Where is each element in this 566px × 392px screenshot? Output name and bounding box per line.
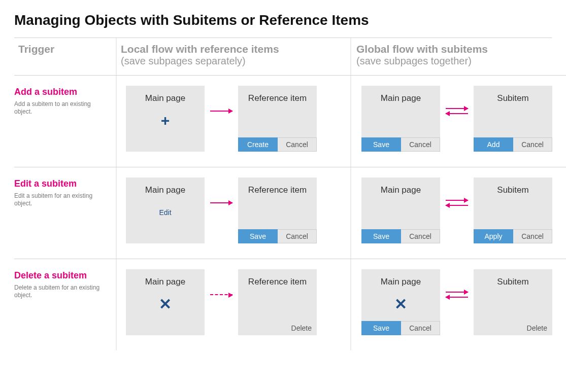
arrow-right-icon xyxy=(210,202,232,203)
apply-button[interactable]: Apply xyxy=(474,229,513,243)
card-actions: Add Cancel xyxy=(474,137,552,152)
card-mid xyxy=(474,195,552,229)
card-title: Reference item xyxy=(238,276,317,287)
trigger-edit-title: Edit a subitem xyxy=(14,179,112,189)
card-mid xyxy=(238,103,317,137)
card-title: Main page xyxy=(361,93,440,103)
global-delete-mainpage-card: Main page ✕ Save Cancel xyxy=(361,269,440,335)
card-mid: ✕ xyxy=(126,287,205,321)
vertical-divider xyxy=(350,76,351,167)
card-title: Main page xyxy=(126,276,205,287)
arrow-right-dashed xyxy=(209,269,234,335)
cancel-button[interactable]: Cancel xyxy=(513,229,552,243)
card-mid xyxy=(238,287,317,324)
col-trigger-label: Trigger xyxy=(18,43,112,55)
arrow-bidirectional xyxy=(444,269,470,335)
delete-text: Delete xyxy=(238,324,317,335)
arrow-left-icon xyxy=(446,113,468,114)
card-actions: Save Cancel xyxy=(361,321,440,335)
local-add-flow: Main page + Reference item Create Cancel xyxy=(116,76,349,167)
edit-text: Edit xyxy=(159,208,171,217)
global-edit-subitem-card: Subitem Apply Cancel xyxy=(474,177,552,243)
trigger-add: Add a subitem Add a subitem to an existi… xyxy=(14,76,116,167)
card-mid xyxy=(238,195,317,229)
card-actions: Save Cancel xyxy=(238,229,317,243)
card-actions: Save Cancel xyxy=(361,137,440,152)
global-delete-flow: Main page ✕ Save Cancel Subitem Delete xyxy=(352,259,566,350)
col-header-local: Local flow with reference items (save su… xyxy=(116,38,349,75)
card-title: Subitem xyxy=(474,276,552,287)
card-actions: Create Cancel xyxy=(238,137,317,152)
col-local-title: Local flow with reference items xyxy=(121,43,345,55)
card-title: Main page xyxy=(126,185,205,195)
local-delete-flow: Main page ✕ Reference item Delete xyxy=(116,259,349,350)
local-edit-flow: Main page Edit Reference item Save Cance… xyxy=(116,167,349,259)
col-global-sub: (save subpages together) xyxy=(356,55,566,67)
card-mid xyxy=(474,287,552,324)
cancel-button[interactable]: Cancel xyxy=(401,137,440,152)
global-add-flow: Main page Save Cancel Subitem Add Cancel xyxy=(352,76,566,167)
global-add-mainpage-card: Main page Save Cancel xyxy=(361,86,440,152)
card-title: Main page xyxy=(361,276,440,287)
cancel-button[interactable]: Cancel xyxy=(278,137,317,152)
plus-icon: + xyxy=(161,113,170,128)
local-delete-mainpage-card: Main page ✕ xyxy=(126,269,205,335)
cancel-button[interactable]: Cancel xyxy=(401,229,440,243)
arrow-bidirectional xyxy=(444,86,470,152)
card-spacer xyxy=(126,229,205,243)
delete-text: Delete xyxy=(474,324,552,335)
save-button[interactable]: Save xyxy=(361,137,401,152)
trigger-add-title: Add a subitem xyxy=(14,87,112,97)
global-edit-mainpage-card: Main page Save Cancel xyxy=(361,177,440,243)
local-delete-refitem-card: Reference item Delete xyxy=(238,269,317,335)
card-title: Main page xyxy=(361,185,440,195)
col-header-global: Global flow with subitems (save subpages… xyxy=(352,38,566,75)
card-actions: Save Cancel xyxy=(361,229,440,243)
arrow-right-single xyxy=(209,86,234,152)
cancel-button[interactable]: Cancel xyxy=(513,137,552,152)
card-mid: ✕ xyxy=(361,287,440,321)
global-edit-flow: Main page Save Cancel Subitem Apply Canc… xyxy=(352,167,566,259)
vertical-divider xyxy=(350,259,351,350)
x-icon: ✕ xyxy=(159,297,172,312)
card-mid: Edit xyxy=(126,195,205,229)
arrow-right-single xyxy=(209,177,234,243)
local-add-refitem-card: Reference item Create Cancel xyxy=(238,86,317,152)
vertical-divider xyxy=(350,167,351,259)
arrow-right-icon xyxy=(446,108,468,109)
vertical-divider xyxy=(350,38,351,75)
trigger-delete: Delete a subitem Delete a subitem for an… xyxy=(14,259,116,350)
add-button[interactable]: Add xyxy=(474,137,513,152)
card-spacer xyxy=(126,137,205,152)
local-edit-refitem-card: Reference item Save Cancel xyxy=(238,177,317,243)
arrow-left-icon xyxy=(446,205,468,206)
card-title: Main page xyxy=(126,93,205,103)
card-spacer xyxy=(126,321,205,335)
diagram-grid: Trigger Local flow with reference items … xyxy=(14,38,552,350)
card-mid: + xyxy=(126,103,205,137)
card-title: Subitem xyxy=(474,93,552,103)
save-button[interactable]: Save xyxy=(361,229,401,243)
trigger-edit: Edit a subitem Edit a subitem for an exi… xyxy=(14,167,116,259)
arrow-right-icon xyxy=(446,200,468,201)
cancel-button[interactable]: Cancel xyxy=(401,321,440,335)
cancel-button[interactable]: Cancel xyxy=(278,229,317,243)
local-edit-mainpage-card: Main page Edit xyxy=(126,177,205,243)
trigger-delete-desc: Delete a subitem for an existing object. xyxy=(14,284,106,299)
global-add-subitem-card: Subitem Add Cancel xyxy=(474,86,552,152)
col-local-sub: (save subpages separately) xyxy=(121,55,345,67)
card-mid xyxy=(361,103,440,137)
save-button[interactable]: Save xyxy=(361,321,401,335)
create-button[interactable]: Create xyxy=(238,137,278,152)
save-button[interactable]: Save xyxy=(238,229,278,243)
page-title: Managing Objects with Subitems or Refere… xyxy=(14,12,552,28)
trigger-add-desc: Add a subitem to an existing object. xyxy=(14,100,106,116)
trigger-delete-title: Delete a subitem xyxy=(14,270,112,281)
arrow-left-icon xyxy=(446,297,468,298)
global-delete-subitem-card: Subitem Delete xyxy=(474,269,552,335)
arrow-right-icon xyxy=(210,111,232,112)
card-mid xyxy=(474,103,552,137)
card-mid xyxy=(361,195,440,229)
arrow-bidirectional xyxy=(444,177,470,243)
card-title: Reference item xyxy=(238,93,317,103)
